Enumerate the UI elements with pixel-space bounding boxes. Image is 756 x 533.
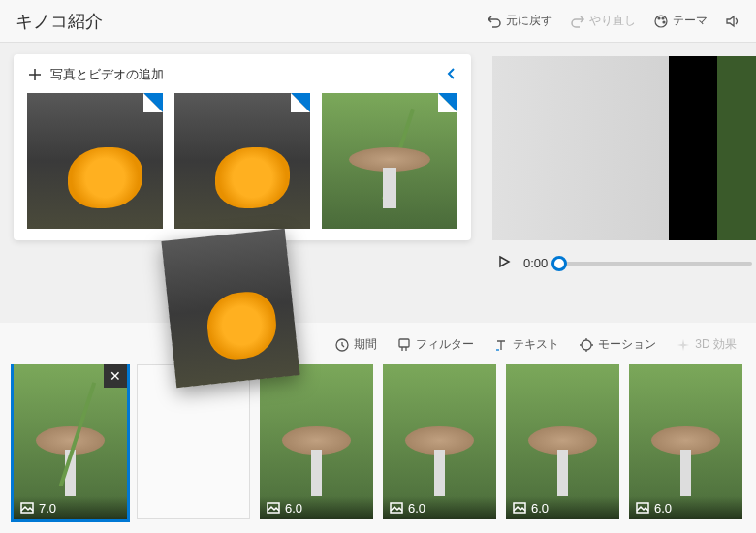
undo-button[interactable]: 元に戻す [487,13,552,29]
library-thumb[interactable] [27,93,163,229]
storyboard-clip[interactable]: 6.0 [629,364,742,519]
clip-duration-badge: 7.0 [14,496,127,519]
svg-point-6 [582,340,591,350]
media-library: 写真とビデオの追加 [14,54,471,240]
text-button[interactable]: テキスト [493,336,559,353]
clip-duration-badge: 6.0 [506,496,619,519]
redo-icon [570,14,585,29]
preview-viewport [492,56,756,240]
duration-button[interactable]: 期間 [334,336,377,353]
motion-icon [579,337,594,353]
player-controls: 0:00 [492,254,756,272]
app-header: キノコ紹介 元に戻す やり直し テーマ [0,0,756,43]
text-icon [493,337,509,353]
svg-rect-5 [399,339,409,347]
project-title: キノコ紹介 [16,10,103,33]
slider-thumb[interactable] [551,256,567,271]
clip-drop-placeholder[interactable] [137,364,250,519]
image-icon [389,500,404,516]
speaker-icon[interactable] [725,14,740,29]
3d-effects-button[interactable]: 3D 効果 [676,336,737,353]
play-icon [496,254,512,269]
storyboard-strip[interactable]: ✕7.06.06.06.06.0 [0,364,756,533]
library-thumb[interactable] [322,93,457,229]
palette-icon [653,14,669,29]
drag-ghost [161,229,299,389]
library-thumbnails [27,93,457,229]
storyboard-clip[interactable]: 6.0 [506,364,619,519]
filter-button[interactable]: フィルター [396,336,474,353]
image-icon [635,500,650,516]
chevron-left-icon[interactable] [444,66,459,81]
redo-button[interactable]: やり直し [570,13,636,29]
clock-icon [334,337,350,353]
svg-point-1 [658,17,660,19]
svg-point-2 [662,17,664,19]
playhead-time: 0:00 [523,256,548,270]
image-icon [266,500,281,516]
play-button[interactable] [496,254,512,272]
remove-clip-button[interactable]: ✕ [104,364,127,388]
header-toolbar: 元に戻す やり直し テーマ [487,13,740,29]
clip-duration-badge: 6.0 [260,496,373,519]
timeline-slider[interactable] [559,262,752,266]
image-icon [512,500,527,516]
image-icon [19,500,35,516]
undo-icon [487,14,502,29]
clip-duration-badge: 6.0 [629,496,742,519]
storyboard-clip[interactable]: ✕7.0 [14,364,127,519]
plus-icon [27,67,43,82]
storyboard-section: 期間 フィルター テキスト モーション 3D 効果 ✕7.06.06.06.06… [0,323,756,533]
theme-button[interactable]: テーマ [653,13,708,29]
library-thumb[interactable] [174,93,310,229]
clip-edit-toolbar: 期間 フィルター テキスト モーション 3D 効果 [0,330,756,364]
motion-button[interactable]: モーション [579,336,656,353]
filter-icon [396,337,412,353]
add-media-button[interactable]: 写真とビデオの追加 [27,66,457,83]
clip-duration-badge: 6.0 [383,496,496,519]
sparkle-icon [676,337,691,353]
storyboard-clip[interactable]: 6.0 [383,364,496,519]
storyboard-clip[interactable]: 6.0 [260,364,373,519]
svg-point-3 [663,21,665,23]
